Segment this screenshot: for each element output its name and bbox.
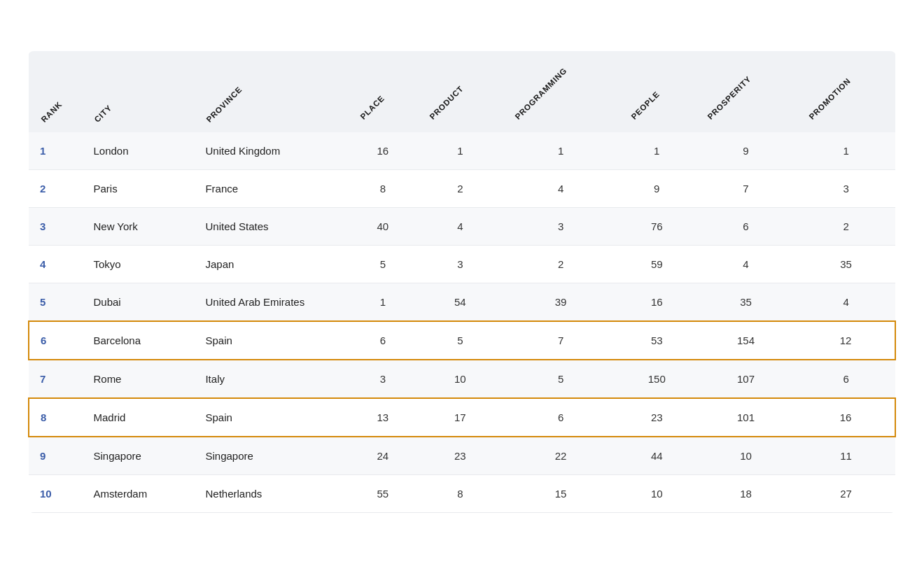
- cell-product: 1: [417, 132, 503, 170]
- cell-province: United Kingdom: [194, 132, 348, 170]
- cell-programming: 15: [503, 475, 618, 513]
- cell-promotion: 3: [797, 170, 895, 208]
- cell-prosperity: 10: [695, 437, 797, 475]
- cell-place: 55: [348, 475, 417, 513]
- table-row: 7RomeItaly31051501076: [29, 360, 895, 398]
- cell-programming: 5: [503, 360, 618, 398]
- cell-promotion: 2: [797, 208, 895, 246]
- cell-rank: 6: [29, 321, 82, 360]
- cell-city: Paris: [82, 170, 194, 208]
- table-row: 8MadridSpain131762310116: [29, 398, 895, 437]
- col-header-rank: RANK: [29, 51, 82, 132]
- cell-rank: 4: [29, 246, 82, 283]
- cell-rank: 1: [29, 132, 82, 170]
- cell-programming: 2: [503, 246, 618, 283]
- cell-prosperity: 6: [695, 208, 797, 246]
- table-row: 9SingaporeSingapore242322441011: [29, 437, 895, 475]
- col-header-province: PROVINCE: [194, 51, 348, 132]
- cell-programming: 1: [503, 132, 618, 170]
- table-row: 5DubaiUnited Arab Emirates1543916354: [29, 283, 895, 322]
- cell-prosperity: 35: [695, 283, 797, 322]
- cell-province: France: [194, 170, 348, 208]
- table-row: 10AmsterdamNetherlands55815101827: [29, 475, 895, 513]
- cell-people: 44: [619, 437, 695, 475]
- cell-people: 53: [619, 321, 695, 360]
- cell-people: 23: [619, 398, 695, 437]
- cell-province: Spain: [194, 398, 348, 437]
- cell-prosperity: 7: [695, 170, 797, 208]
- cell-city: Dubai: [82, 283, 194, 322]
- cell-promotion: 12: [797, 321, 895, 360]
- cell-programming: 39: [503, 283, 618, 322]
- cell-people: 1: [619, 132, 695, 170]
- cell-promotion: 27: [797, 475, 895, 513]
- cell-prosperity: 101: [695, 398, 797, 437]
- col-header-city: CITY: [82, 51, 194, 132]
- cell-programming: 7: [503, 321, 618, 360]
- table-row: 3New YorkUnited States40437662: [29, 208, 895, 246]
- cell-rank: 10: [29, 475, 82, 513]
- cell-place: 13: [348, 398, 417, 437]
- cell-prosperity: 9: [695, 132, 797, 170]
- cell-place: 5: [348, 246, 417, 283]
- cell-city: Amsterdam: [82, 475, 194, 513]
- cell-province: United States: [194, 208, 348, 246]
- cell-promotion: 6: [797, 360, 895, 398]
- cell-product: 17: [417, 398, 503, 437]
- cell-product: 23: [417, 437, 503, 475]
- table-row: 6BarcelonaSpain6575315412: [29, 321, 895, 360]
- table-header-row: RANK CITY PROVINCE PLACE: [29, 51, 895, 132]
- cell-people: 76: [619, 208, 695, 246]
- cell-province: Japan: [194, 246, 348, 283]
- cell-programming: 3: [503, 208, 618, 246]
- col-header-people: PEOPLE: [619, 51, 695, 132]
- cell-product: 4: [417, 208, 503, 246]
- cell-province: Singapore: [194, 437, 348, 475]
- cell-product: 54: [417, 283, 503, 322]
- cell-product: 10: [417, 360, 503, 398]
- col-header-promotion: PROMOTION: [797, 51, 895, 132]
- table-row: 1LondonUnited Kingdom1611191: [29, 132, 895, 170]
- cell-city: New York: [82, 208, 194, 246]
- cell-place: 16: [348, 132, 417, 170]
- cell-promotion: 35: [797, 246, 895, 283]
- cell-rank: 5: [29, 283, 82, 322]
- cell-city: Singapore: [82, 437, 194, 475]
- cell-product: 2: [417, 170, 503, 208]
- cell-people: 10: [619, 475, 695, 513]
- cell-place: 24: [348, 437, 417, 475]
- cell-programming: 4: [503, 170, 618, 208]
- cell-promotion: 1: [797, 132, 895, 170]
- cell-rank: 3: [29, 208, 82, 246]
- cell-programming: 22: [503, 437, 618, 475]
- cell-promotion: 16: [797, 398, 895, 437]
- cell-people: 150: [619, 360, 695, 398]
- cell-promotion: 11: [797, 437, 895, 475]
- cell-people: 16: [619, 283, 695, 322]
- cell-place: 1: [348, 283, 417, 322]
- cell-province: Italy: [194, 360, 348, 398]
- table-row: 4TokyoJapan53259435: [29, 246, 895, 283]
- cell-place: 8: [348, 170, 417, 208]
- rankings-table-container: RANK CITY PROVINCE PLACE: [28, 51, 896, 513]
- table-body: 1LondonUnited Kingdom16111912ParisFrance…: [29, 132, 895, 513]
- cell-promotion: 4: [797, 283, 895, 322]
- col-header-product: PRODUCT: [417, 51, 503, 132]
- cell-product: 8: [417, 475, 503, 513]
- cell-province: Netherlands: [194, 475, 348, 513]
- cell-city: Barcelona: [82, 321, 194, 360]
- rankings-table: RANK CITY PROVINCE PLACE: [28, 51, 896, 513]
- table-row: 2ParisFrance824973: [29, 170, 895, 208]
- cell-programming: 6: [503, 398, 618, 437]
- cell-province: Spain: [194, 321, 348, 360]
- col-header-prosperity: PROSPERITY: [695, 51, 797, 132]
- cell-people: 59: [619, 246, 695, 283]
- cell-prosperity: 107: [695, 360, 797, 398]
- cell-rank: 2: [29, 170, 82, 208]
- cell-rank: 7: [29, 360, 82, 398]
- cell-province: United Arab Emirates: [194, 283, 348, 322]
- cell-rank: 9: [29, 437, 82, 475]
- cell-prosperity: 154: [695, 321, 797, 360]
- col-header-place: PLACE: [348, 51, 417, 132]
- cell-place: 3: [348, 360, 417, 398]
